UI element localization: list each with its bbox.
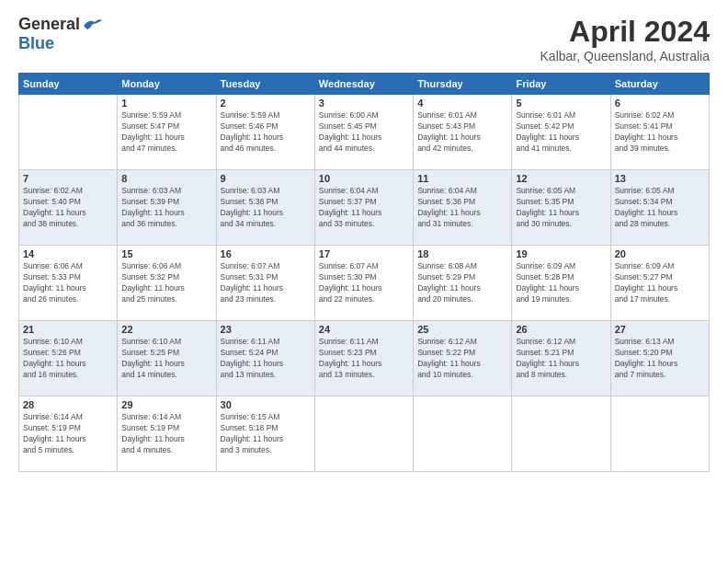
table-row: 5Sunrise: 6:01 AMSunset: 5:42 PMDaylight… [512, 95, 610, 170]
calendar-week-row: 1Sunrise: 5:59 AMSunset: 5:47 PMDaylight… [19, 95, 710, 170]
table-row: 9Sunrise: 6:03 AMSunset: 5:38 PMDaylight… [216, 170, 314, 246]
header: General Blue April 2024 Kalbar, Queensla… [18, 15, 710, 63]
table-row: 28Sunrise: 6:14 AMSunset: 5:19 PMDayligh… [19, 396, 118, 472]
table-row: 6Sunrise: 6:02 AMSunset: 5:41 PMDaylight… [610, 95, 709, 170]
header-tuesday: Tuesday [216, 74, 314, 95]
logo-bird-icon [82, 17, 102, 33]
calendar-week-row: 7Sunrise: 6:02 AMSunset: 5:40 PMDaylight… [19, 170, 710, 246]
header-wednesday: Wednesday [314, 74, 413, 95]
table-row: 1Sunrise: 5:59 AMSunset: 5:47 PMDaylight… [118, 95, 216, 170]
table-row: 3Sunrise: 6:00 AMSunset: 5:45 PMDaylight… [314, 95, 413, 170]
day-number: 11 [417, 173, 507, 184]
table-row: 25Sunrise: 6:12 AMSunset: 5:22 PMDayligh… [414, 321, 512, 396]
table-row: 15Sunrise: 6:06 AMSunset: 5:32 PMDayligh… [118, 246, 216, 321]
table-row [512, 396, 610, 472]
table-row: 7Sunrise: 6:02 AMSunset: 5:40 PMDaylight… [19, 170, 118, 246]
day-info: Sunrise: 6:11 AMSunset: 5:23 PMDaylight:… [319, 337, 409, 381]
day-info: Sunrise: 6:00 AMSunset: 5:45 PMDaylight:… [319, 110, 409, 155]
day-number: 9 [221, 173, 311, 184]
header-saturday: Saturday [610, 74, 709, 95]
day-number: 5 [516, 98, 606, 109]
calendar-week-row: 14Sunrise: 6:06 AMSunset: 5:33 PMDayligh… [19, 246, 710, 321]
day-info: Sunrise: 6:10 AMSunset: 5:25 PMDaylight:… [121, 337, 211, 381]
day-number: 12 [516, 173, 606, 184]
table-row: 27Sunrise: 6:13 AMSunset: 5:20 PMDayligh… [610, 321, 709, 396]
table-row: 30Sunrise: 6:15 AMSunset: 5:18 PMDayligh… [216, 396, 314, 472]
table-row: 29Sunrise: 6:14 AMSunset: 5:19 PMDayligh… [118, 396, 216, 472]
day-info: Sunrise: 6:07 AMSunset: 5:31 PMDaylight:… [221, 261, 311, 305]
day-number: 14 [23, 248, 113, 259]
page: General Blue April 2024 Kalbar, Queensla… [0, 0, 728, 563]
day-info: Sunrise: 6:04 AMSunset: 5:37 PMDaylight:… [319, 186, 409, 230]
day-number: 10 [319, 173, 409, 184]
table-row: 18Sunrise: 6:08 AMSunset: 5:29 PMDayligh… [414, 246, 512, 321]
day-info: Sunrise: 6:10 AMSunset: 5:26 PMDaylight:… [23, 337, 113, 381]
table-row: 13Sunrise: 6:05 AMSunset: 5:34 PMDayligh… [610, 170, 709, 246]
day-number: 23 [221, 324, 311, 335]
day-info: Sunrise: 6:02 AMSunset: 5:40 PMDaylight:… [23, 186, 113, 230]
header-friday: Friday [512, 74, 610, 95]
calendar-week-row: 21Sunrise: 6:10 AMSunset: 5:26 PMDayligh… [19, 321, 710, 396]
day-number: 21 [23, 324, 113, 335]
table-row: 26Sunrise: 6:12 AMSunset: 5:21 PMDayligh… [512, 321, 610, 396]
table-row: 17Sunrise: 6:07 AMSunset: 5:30 PMDayligh… [314, 246, 413, 321]
table-row [19, 95, 118, 170]
day-info: Sunrise: 6:05 AMSunset: 5:34 PMDaylight:… [615, 186, 705, 230]
table-row: 20Sunrise: 6:09 AMSunset: 5:27 PMDayligh… [610, 246, 709, 321]
day-info: Sunrise: 6:12 AMSunset: 5:22 PMDaylight:… [417, 337, 507, 381]
table-row: 16Sunrise: 6:07 AMSunset: 5:31 PMDayligh… [216, 246, 314, 321]
table-row: 2Sunrise: 5:59 AMSunset: 5:46 PMDaylight… [216, 95, 314, 170]
table-row: 14Sunrise: 6:06 AMSunset: 5:33 PMDayligh… [19, 246, 118, 321]
calendar-week-row: 28Sunrise: 6:14 AMSunset: 5:19 PMDayligh… [19, 396, 710, 472]
table-row: 12Sunrise: 6:05 AMSunset: 5:35 PMDayligh… [512, 170, 610, 246]
day-info: Sunrise: 6:01 AMSunset: 5:42 PMDaylight:… [516, 110, 606, 155]
day-info: Sunrise: 6:04 AMSunset: 5:36 PMDaylight:… [417, 186, 507, 230]
day-number: 7 [23, 173, 113, 184]
day-number: 22 [121, 324, 211, 335]
day-info: Sunrise: 6:14 AMSunset: 5:19 PMDaylight:… [121, 412, 211, 456]
calendar-header-row: Sunday Monday Tuesday Wednesday Thursday… [19, 74, 710, 95]
table-row: 10Sunrise: 6:04 AMSunset: 5:37 PMDayligh… [314, 170, 413, 246]
logo-blue-text: Blue [18, 34, 54, 53]
day-number: 20 [615, 248, 705, 259]
day-number: 16 [221, 248, 311, 259]
title-section: April 2024 Kalbar, Queensland, Australia [540, 15, 710, 63]
day-info: Sunrise: 6:12 AMSunset: 5:21 PMDaylight:… [516, 337, 606, 381]
table-row: 23Sunrise: 6:11 AMSunset: 5:24 PMDayligh… [216, 321, 314, 396]
day-number: 18 [417, 248, 507, 259]
day-number: 3 [319, 98, 409, 109]
day-number: 15 [121, 248, 211, 259]
table-row: 22Sunrise: 6:10 AMSunset: 5:25 PMDayligh… [118, 321, 216, 396]
day-number: 28 [23, 399, 113, 410]
location: Kalbar, Queensland, Australia [540, 49, 710, 63]
day-info: Sunrise: 6:06 AMSunset: 5:33 PMDaylight:… [23, 261, 113, 305]
day-info: Sunrise: 6:11 AMSunset: 5:24 PMDaylight:… [221, 337, 311, 381]
day-number: 2 [221, 98, 311, 109]
day-number: 19 [516, 248, 606, 259]
day-number: 24 [319, 324, 409, 335]
header-thursday: Thursday [414, 74, 512, 95]
table-row: 11Sunrise: 6:04 AMSunset: 5:36 PMDayligh… [414, 170, 512, 246]
table-row: 21Sunrise: 6:10 AMSunset: 5:26 PMDayligh… [19, 321, 118, 396]
day-info: Sunrise: 6:09 AMSunset: 5:28 PMDaylight:… [516, 261, 606, 305]
day-number: 6 [615, 98, 705, 109]
day-number: 1 [121, 98, 211, 109]
day-number: 30 [221, 399, 311, 410]
table-row [610, 396, 709, 472]
table-row: 24Sunrise: 6:11 AMSunset: 5:23 PMDayligh… [314, 321, 413, 396]
day-info: Sunrise: 6:06 AMSunset: 5:32 PMDaylight:… [121, 261, 211, 305]
calendar-table: Sunday Monday Tuesday Wednesday Thursday… [18, 73, 710, 472]
day-info: Sunrise: 5:59 AMSunset: 5:47 PMDaylight:… [121, 110, 211, 155]
day-number: 26 [516, 324, 606, 335]
table-row: 8Sunrise: 6:03 AMSunset: 5:39 PMDaylight… [118, 170, 216, 246]
day-info: Sunrise: 5:59 AMSunset: 5:46 PMDaylight:… [221, 110, 311, 155]
header-sunday: Sunday [19, 74, 118, 95]
day-number: 27 [615, 324, 705, 335]
month-title: April 2024 [540, 15, 710, 49]
day-number: 4 [417, 98, 507, 109]
logo-general-text: General [18, 15, 80, 34]
table-row [314, 396, 413, 472]
day-info: Sunrise: 6:05 AMSunset: 5:35 PMDaylight:… [516, 186, 606, 230]
day-info: Sunrise: 6:09 AMSunset: 5:27 PMDaylight:… [615, 261, 705, 305]
day-info: Sunrise: 6:03 AMSunset: 5:38 PMDaylight:… [221, 186, 311, 230]
